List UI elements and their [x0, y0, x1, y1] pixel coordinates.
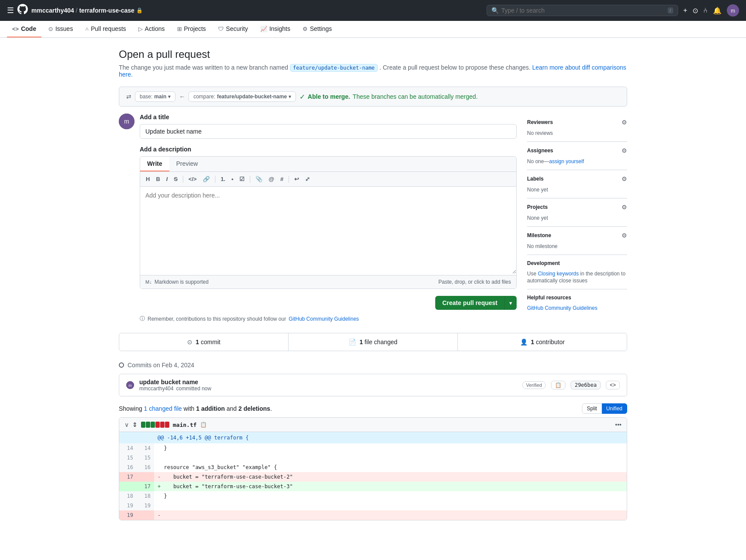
- toolbar-link-btn[interactable]: 🔗: [201, 174, 212, 184]
- old-line-num: 17: [119, 472, 137, 482]
- diff-view-toggle: Split Unified: [582, 403, 627, 414]
- notifications-icon-button[interactable]: 🔔: [713, 7, 722, 15]
- sidebar-development: Development Use Closing keywords in the …: [527, 255, 627, 289]
- search-icon: 🔍: [491, 7, 499, 14]
- toolbar-bold-btn[interactable]: B: [154, 174, 162, 184]
- issues-icon-button[interactable]: ⊙: [692, 7, 698, 15]
- community-guidelines-link[interactable]: GitHub Community Guidelines: [289, 316, 359, 322]
- diff-block-add-1: [141, 422, 145, 428]
- files-count: 1 file changed: [360, 339, 397, 345]
- nav-item-actions[interactable]: ▷ Actions: [133, 21, 170, 37]
- diff-file-copy-icon[interactable]: 📋: [200, 422, 207, 428]
- commits-icon: ⊙: [187, 339, 192, 345]
- commit-author-name: mmccarthy404: [139, 386, 174, 392]
- copy-hash-button[interactable]: 📋: [551, 381, 565, 389]
- table-row: 17 + bucket = "terraform-use-case-bucket…: [119, 482, 627, 491]
- compare-dropdown-icon: ▾: [289, 94, 291, 100]
- swap-icon[interactable]: ⇄: [126, 93, 131, 100]
- insights-icon: 📈: [260, 26, 267, 32]
- nav-item-security[interactable]: 🛡 Security: [213, 21, 253, 37]
- base-branch-select[interactable]: base: main ▾: [135, 91, 175, 102]
- nav-item-pull-requests[interactable]: ⑃ Pull requests: [80, 21, 131, 37]
- pr-title-input[interactable]: [140, 124, 517, 139]
- tab-write[interactable]: Write: [140, 157, 169, 171]
- nav-item-code[interactable]: <> Code: [7, 21, 41, 37]
- subtitle-mid: . Create a pull request below to propose…: [380, 64, 531, 71]
- create-pull-request-button[interactable]: Create pull request: [435, 296, 504, 310]
- split-view-button[interactable]: Split: [582, 403, 602, 414]
- toolbar-strikethrough-btn[interactable]: S: [171, 174, 180, 184]
- create-pull-request-dropdown-button[interactable]: ▾: [504, 296, 517, 310]
- search-bar[interactable]: 🔍 /: [487, 5, 678, 16]
- stats-commits[interactable]: ⊙ 1 commit: [119, 333, 289, 351]
- line-content: - bucket = "terraform-use-case-bucket-2": [154, 472, 627, 482]
- toolbar-ordered-list-btn[interactable]: 1.: [218, 174, 228, 184]
- nav-item-settings[interactable]: ⚙ Settings: [297, 21, 337, 37]
- github-logo[interactable]: [17, 4, 28, 17]
- breadcrumb-user[interactable]: mmccarthy404: [31, 7, 74, 14]
- commit-hash[interactable]: 29e6bea: [571, 381, 601, 389]
- main-content: Open a pull request The change you just …: [112, 38, 634, 538]
- verified-badge[interactable]: Verified: [522, 381, 546, 389]
- user-avatar[interactable]: m: [727, 4, 739, 17]
- new-line-num: 18: [137, 491, 154, 501]
- unified-view-button[interactable]: Unified: [602, 403, 627, 414]
- pr-author-avatar: m: [119, 114, 134, 129]
- nav-label-settings: Settings: [310, 25, 332, 32]
- security-icon: 🛡: [218, 26, 224, 32]
- reviewers-gear-icon[interactable]: ⚙: [622, 119, 627, 126]
- commit-meta: mmccarthy404 committed now: [139, 386, 517, 392]
- labels-header: Labels ⚙: [527, 175, 627, 182]
- tab-preview[interactable]: Preview: [169, 157, 205, 171]
- toolbar-task-list-btn[interactable]: ☑: [237, 174, 247, 184]
- diff-block-del-3: [165, 422, 169, 428]
- toolbar-ref-btn[interactable]: #: [278, 174, 286, 184]
- browse-files-button[interactable]: <>: [606, 381, 620, 389]
- projects-icon: ⊞: [177, 26, 182, 32]
- stats-contributors[interactable]: 👤 1 contributor: [458, 333, 627, 351]
- nav-item-projects[interactable]: ⊞ Projects: [172, 21, 212, 37]
- old-line-num: 16: [119, 463, 137, 472]
- toolbar-heading-btn[interactable]: H: [144, 174, 152, 184]
- assign-yourself-link[interactable]: assign yourself: [549, 158, 584, 164]
- diff-file-menu-icon[interactable]: •••: [615, 421, 622, 428]
- new-button[interactable]: +: [683, 7, 687, 14]
- compare-branch-select[interactable]: compare: feature/update-bucket-name ▾: [188, 91, 296, 102]
- table-row: 14 14 }: [119, 443, 627, 453]
- toolbar-italic-btn[interactable]: I: [164, 174, 170, 184]
- diff-expand-icon[interactable]: ⇕: [132, 421, 138, 428]
- toolbar-reply-btn[interactable]: ↩: [292, 174, 301, 184]
- stats-files-changed[interactable]: 📄 1 file changed: [289, 333, 458, 351]
- projects-header: Projects ⚙: [527, 204, 627, 211]
- hamburger-icon[interactable]: ☰: [7, 6, 14, 15]
- nav-item-insights[interactable]: 📈 Insights: [255, 21, 296, 37]
- description-textarea[interactable]: [140, 187, 516, 274]
- breadcrumb-repo[interactable]: terraform-use-case: [79, 7, 134, 14]
- attach-note[interactable]: Paste, drop, or click to add files: [438, 279, 511, 285]
- toolbar-attach-btn[interactable]: 📎: [253, 174, 265, 184]
- commit-card: m update bucket name mmccarthy404 commit…: [119, 374, 627, 396]
- milestone-value: No milestone: [527, 243, 558, 249]
- toolbar-unordered-list-btn[interactable]: •: [229, 174, 236, 184]
- desc-section-label: Add a description: [140, 146, 517, 153]
- diff-collapse-icon[interactable]: ∨: [124, 421, 129, 428]
- toolbar-fullscreen-btn[interactable]: ⤢: [303, 174, 312, 184]
- toolbar-separator-1: [183, 176, 183, 183]
- labels-gear-icon[interactable]: ⚙: [622, 175, 627, 182]
- nav-label-projects: Projects: [184, 25, 206, 32]
- search-input[interactable]: [501, 7, 665, 14]
- pull-requests-icon-button[interactable]: ⑃: [703, 7, 708, 14]
- nav-item-issues[interactable]: ⊙ Issues: [43, 21, 78, 37]
- actions-icon: ▷: [138, 26, 143, 32]
- projects-gear-icon[interactable]: ⚙: [622, 204, 627, 211]
- nav-label-security: Security: [226, 25, 248, 32]
- toolbar-code-btn[interactable]: </>: [186, 174, 199, 184]
- community-guidelines-resource-link[interactable]: GitHub Community Guidelines: [527, 305, 597, 311]
- assignees-gear-icon[interactable]: ⚙: [622, 147, 627, 154]
- toolbar-mention-btn[interactable]: @: [266, 174, 276, 184]
- closing-keywords-link[interactable]: Closing keywords: [538, 271, 579, 277]
- changed-file-link[interactable]: 1 changed file: [144, 405, 182, 412]
- milestone-gear-icon[interactable]: ⚙: [622, 232, 627, 239]
- projects-value: None yet: [527, 215, 548, 221]
- diff-hunk-row: @@ -14,6 +14,5 @@ terraform {: [119, 432, 627, 443]
